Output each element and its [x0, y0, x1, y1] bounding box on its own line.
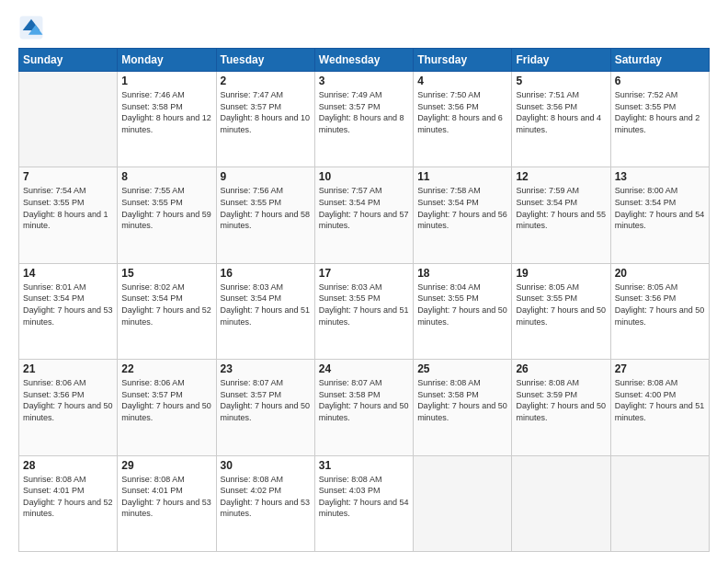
calendar-cell: [414, 455, 512, 551]
day-number: 16: [221, 267, 311, 280]
day-info: Sunrise: 7:49 AMSunset: 3:57 PMDaylight:…: [319, 89, 409, 135]
calendar-cell: 20Sunrise: 8:05 AMSunset: 3:56 PMDayligh…: [610, 263, 709, 359]
day-info: Sunrise: 8:01 AMSunset: 3:54 PMDaylight:…: [23, 282, 113, 327]
calendar-cell: 16Sunrise: 8:03 AMSunset: 3:54 PMDayligh…: [216, 263, 314, 359]
day-info: Sunrise: 8:07 AMSunset: 3:57 PMDaylight:…: [221, 377, 311, 423]
calendar-cell: 14Sunrise: 8:01 AMSunset: 3:54 PMDayligh…: [19, 263, 118, 359]
day-number: 4: [417, 75, 507, 87]
day-info: Sunrise: 7:47 AMSunset: 3:57 PMDaylight:…: [221, 89, 311, 135]
day-number: 24: [319, 362, 409, 375]
calendar-cell: [19, 72, 118, 167]
calendar-cell: 30Sunrise: 8:08 AMSunset: 4:02 PMDayligh…: [216, 455, 314, 551]
calendar-cell: 15Sunrise: 8:02 AMSunset: 3:54 PMDayligh…: [118, 263, 216, 359]
weekday-header-wednesday: Wednesday: [314, 49, 413, 72]
calendar-cell: [512, 455, 610, 551]
day-number: 17: [319, 267, 409, 280]
day-info: Sunrise: 8:03 AMSunset: 3:54 PMDaylight:…: [221, 282, 311, 327]
weekday-header-sunday: Sunday: [19, 49, 118, 72]
weekday-header-tuesday: Tuesday: [216, 49, 314, 72]
day-info: Sunrise: 8:04 AMSunset: 3:55 PMDaylight:…: [417, 282, 507, 327]
day-number: 3: [319, 75, 409, 87]
day-number: 15: [121, 267, 211, 280]
calendar-week-4: 21Sunrise: 8:06 AMSunset: 3:56 PMDayligh…: [19, 360, 710, 455]
calendar-cell: 24Sunrise: 8:07 AMSunset: 3:58 PMDayligh…: [314, 360, 413, 455]
day-info: Sunrise: 7:50 AMSunset: 3:56 PMDaylight:…: [417, 89, 507, 135]
day-number: 29: [121, 459, 211, 472]
calendar-cell: 4Sunrise: 7:50 AMSunset: 3:56 PMDaylight…: [414, 72, 512, 167]
day-number: 20: [615, 267, 705, 280]
day-info: Sunrise: 7:59 AMSunset: 3:54 PMDaylight:…: [516, 185, 606, 231]
day-number: 27: [615, 362, 705, 375]
day-number: 18: [417, 267, 507, 280]
calendar-cell: 21Sunrise: 8:06 AMSunset: 3:56 PMDayligh…: [19, 360, 118, 455]
day-info: Sunrise: 8:08 AMSunset: 4:00 PMDaylight:…: [615, 377, 705, 423]
day-number: 30: [221, 459, 311, 472]
day-number: 23: [221, 362, 311, 375]
day-number: 7: [23, 170, 113, 183]
day-number: 2: [221, 75, 311, 87]
calendar-cell: 1Sunrise: 7:46 AMSunset: 3:58 PMDaylight…: [118, 72, 216, 167]
page: SundayMondayTuesdayWednesdayThursdayFrid…: [0, 0, 728, 563]
day-info: Sunrise: 8:08 AMSunset: 4:01 PMDaylight:…: [121, 474, 211, 520]
day-number: 26: [516, 362, 606, 375]
calendar-cell: 2Sunrise: 7:47 AMSunset: 3:57 PMDaylight…: [216, 72, 314, 167]
day-info: Sunrise: 8:08 AMSunset: 4:01 PMDaylight:…: [23, 474, 113, 520]
calendar-week-5: 28Sunrise: 8:08 AMSunset: 4:01 PMDayligh…: [19, 455, 710, 551]
day-info: Sunrise: 8:02 AMSunset: 3:54 PMDaylight:…: [121, 282, 211, 327]
day-info: Sunrise: 7:52 AMSunset: 3:55 PMDaylight:…: [615, 89, 705, 135]
day-info: Sunrise: 8:08 AMSunset: 4:03 PMDaylight:…: [319, 474, 409, 520]
calendar-cell: 8Sunrise: 7:55 AMSunset: 3:55 PMDaylight…: [118, 167, 216, 263]
calendar-cell: 26Sunrise: 8:08 AMSunset: 3:59 PMDayligh…: [512, 360, 610, 455]
day-info: Sunrise: 8:08 AMSunset: 3:59 PMDaylight:…: [516, 377, 606, 423]
day-info: Sunrise: 8:08 AMSunset: 3:58 PMDaylight:…: [417, 377, 507, 423]
header: [18, 15, 710, 40]
calendar-cell: 25Sunrise: 8:08 AMSunset: 3:58 PMDayligh…: [414, 360, 512, 455]
calendar-week-3: 14Sunrise: 8:01 AMSunset: 3:54 PMDayligh…: [19, 263, 710, 359]
calendar-cell: 7Sunrise: 7:54 AMSunset: 3:55 PMDaylight…: [19, 167, 118, 263]
day-info: Sunrise: 7:46 AMSunset: 3:58 PMDaylight:…: [121, 89, 211, 135]
day-number: 9: [221, 170, 311, 183]
day-number: 19: [516, 267, 606, 280]
day-number: 1: [121, 75, 211, 87]
weekday-header-monday: Monday: [118, 49, 216, 72]
calendar-cell: 3Sunrise: 7:49 AMSunset: 3:57 PMDaylight…: [314, 72, 413, 167]
calendar-cell: 17Sunrise: 8:03 AMSunset: 3:55 PMDayligh…: [314, 263, 413, 359]
calendar-cell: 29Sunrise: 8:08 AMSunset: 4:01 PMDayligh…: [118, 455, 216, 551]
day-number: 13: [615, 170, 705, 183]
day-info: Sunrise: 7:58 AMSunset: 3:54 PMDaylight:…: [417, 185, 507, 231]
calendar-cell: 23Sunrise: 8:07 AMSunset: 3:57 PMDayligh…: [216, 360, 314, 455]
calendar-cell: 28Sunrise: 8:08 AMSunset: 4:01 PMDayligh…: [19, 455, 118, 551]
day-number: 11: [417, 170, 507, 183]
day-number: 10: [319, 170, 409, 183]
calendar-cell: 19Sunrise: 8:05 AMSunset: 3:55 PMDayligh…: [512, 263, 610, 359]
calendar-cell: 13Sunrise: 8:00 AMSunset: 3:54 PMDayligh…: [610, 167, 709, 263]
day-number: 25: [417, 362, 507, 375]
day-number: 22: [121, 362, 211, 375]
calendar-cell: 6Sunrise: 7:52 AMSunset: 3:55 PMDaylight…: [610, 72, 709, 167]
day-number: 28: [23, 459, 113, 472]
calendar-cell: 12Sunrise: 7:59 AMSunset: 3:54 PMDayligh…: [512, 167, 610, 263]
day-number: 12: [516, 170, 606, 183]
day-info: Sunrise: 8:06 AMSunset: 3:56 PMDaylight:…: [23, 377, 113, 423]
day-info: Sunrise: 8:00 AMSunset: 3:54 PMDaylight:…: [615, 185, 705, 231]
weekday-header-saturday: Saturday: [610, 49, 709, 72]
day-info: Sunrise: 7:55 AMSunset: 3:55 PMDaylight:…: [121, 185, 211, 231]
day-info: Sunrise: 8:06 AMSunset: 3:57 PMDaylight:…: [121, 377, 211, 423]
day-number: 6: [615, 75, 705, 87]
day-number: 31: [319, 459, 409, 472]
logo: [18, 15, 48, 40]
calendar-cell: 11Sunrise: 7:58 AMSunset: 3:54 PMDayligh…: [414, 167, 512, 263]
calendar-week-2: 7Sunrise: 7:54 AMSunset: 3:55 PMDaylight…: [19, 167, 710, 263]
day-info: Sunrise: 7:57 AMSunset: 3:54 PMDaylight:…: [319, 185, 409, 231]
day-info: Sunrise: 8:05 AMSunset: 3:55 PMDaylight:…: [516, 282, 606, 327]
calendar-cell: 5Sunrise: 7:51 AMSunset: 3:56 PMDaylight…: [512, 72, 610, 167]
weekday-header-friday: Friday: [512, 49, 610, 72]
weekday-header-thursday: Thursday: [414, 49, 512, 72]
calendar-cell: [610, 455, 709, 551]
weekday-header-row: SundayMondayTuesdayWednesdayThursdayFrid…: [19, 49, 710, 72]
calendar-cell: 9Sunrise: 7:56 AMSunset: 3:55 PMDaylight…: [216, 167, 314, 263]
day-info: Sunrise: 7:51 AMSunset: 3:56 PMDaylight:…: [516, 89, 606, 135]
day-number: 5: [516, 75, 606, 87]
calendar-week-1: 1Sunrise: 7:46 AMSunset: 3:58 PMDaylight…: [19, 72, 710, 167]
calendar-cell: 22Sunrise: 8:06 AMSunset: 3:57 PMDayligh…: [118, 360, 216, 455]
